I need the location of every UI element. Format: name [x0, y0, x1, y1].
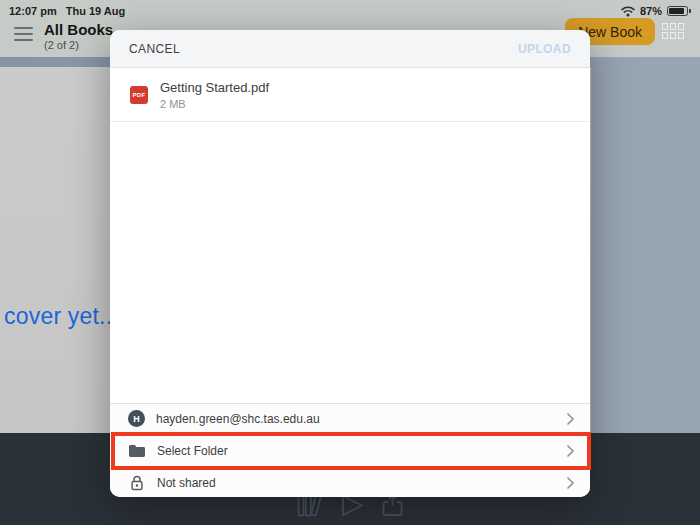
- upload-sheet: CANCEL UPLOAD PDF Getting Started.pdf 2 …: [110, 30, 590, 497]
- sheet-empty-area: [110, 122, 590, 403]
- grid-view-icon[interactable]: [662, 23, 686, 40]
- sharing-label: Not shared: [157, 476, 556, 490]
- avatar: H: [128, 410, 145, 427]
- cancel-button[interactable]: CANCEL: [129, 42, 180, 56]
- account-row[interactable]: H hayden.green@shc.tas.edu.au: [110, 403, 590, 433]
- battery-percent: 87%: [640, 5, 662, 17]
- folder-icon: [128, 444, 146, 458]
- book-cover-text: cover yet...: [4, 303, 119, 330]
- export-icon[interactable]: [382, 494, 403, 517]
- status-date: Thu 19 Aug: [66, 5, 125, 17]
- chevron-right-icon: [567, 445, 574, 457]
- status-time: 12:07 pm: [9, 5, 57, 17]
- select-folder-label: Select Folder: [157, 444, 556, 458]
- page-title: All Books: [44, 22, 113, 37]
- sharing-row[interactable]: Not shared: [110, 468, 590, 497]
- chevron-right-icon: [567, 413, 574, 425]
- wifi-icon: [621, 6, 635, 17]
- chevron-right-icon: [567, 477, 574, 489]
- toolbar-icon-group: [297, 494, 403, 517]
- account-email: hayden.green@shc.tas.edu.au: [156, 412, 556, 426]
- file-name: Getting Started.pdf: [160, 80, 269, 95]
- play-icon[interactable]: [340, 494, 365, 517]
- pdf-file-icon: PDF: [130, 86, 148, 104]
- upload-sheet-header: CANCEL UPLOAD: [110, 30, 590, 68]
- file-row: PDF Getting Started.pdf 2 MB: [110, 68, 590, 122]
- page-subtitle: (2 of 2): [44, 40, 113, 51]
- file-size: 2 MB: [160, 98, 269, 110]
- select-folder-row[interactable]: Select Folder: [110, 433, 590, 468]
- lock-icon: [128, 475, 146, 491]
- upload-button[interactable]: UPLOAD: [518, 42, 571, 56]
- screen: cover yet...: [0, 0, 700, 525]
- library-icon[interactable]: [297, 494, 323, 517]
- menu-icon[interactable]: [14, 27, 33, 41]
- battery-icon: [667, 6, 691, 16]
